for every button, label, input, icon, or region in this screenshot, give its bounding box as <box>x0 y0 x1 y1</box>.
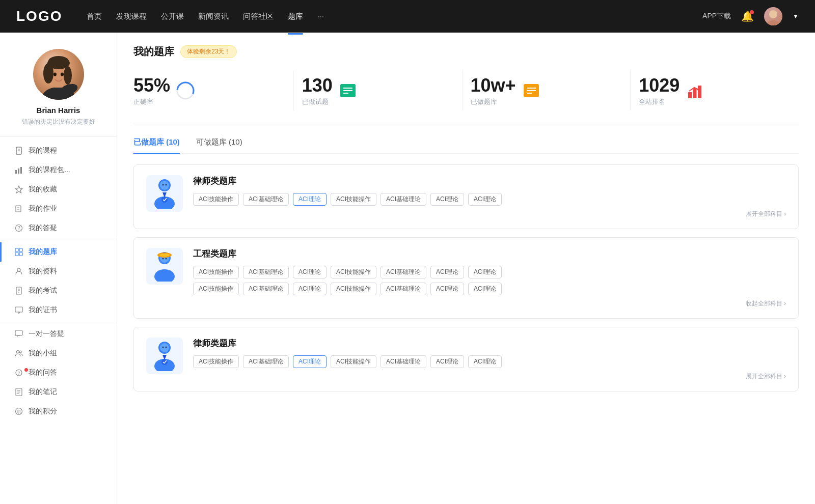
page-title-row: 我的题库 体验剩余23天！ <box>133 45 799 59</box>
svg-rect-58 <box>693 89 697 98</box>
nav-link-news[interactable]: 新闻资讯 <box>198 10 229 23</box>
tag[interactable]: ACI技能操作 <box>331 355 376 368</box>
nav-link-courses[interactable]: 发现课程 <box>116 10 147 23</box>
app-download-link[interactable]: APP下载 <box>702 12 731 21</box>
tag[interactable]: ACI技能操作 <box>193 283 239 295</box>
subject-tags-row1: ACI技能操作 ACI基础理论 ACI理论 ACI技能操作 ACI基础理论 AC… <box>193 266 786 278</box>
tag[interactable]: ACI理论 <box>430 266 464 278</box>
notification-bell[interactable]: 🔔 <box>741 10 754 22</box>
svg-rect-19 <box>16 206 21 212</box>
sidebar-item-1on1[interactable]: 一对一答疑 <box>0 324 117 344</box>
sidebar-label: 我的证书 <box>29 305 57 315</box>
tag[interactable]: ACI技能操作 <box>193 193 239 206</box>
tag-active[interactable]: ACI理论 <box>293 193 327 206</box>
collapse-button[interactable]: 收起全部科目 › <box>193 299 786 308</box>
svg-rect-57 <box>688 92 692 98</box>
nav-link-home[interactable]: 首页 <box>87 10 102 23</box>
tag[interactable]: ACI理论 <box>430 193 464 206</box>
page-layout: Brian Harris 错误的决定比没有决定要好 我的课程 我的课程包... <box>0 33 815 504</box>
sidebar-item-coursepackage[interactable]: 我的课程包... <box>0 160 117 180</box>
svg-point-37 <box>19 351 21 353</box>
sidebar-item-profile[interactable]: 我的资料 <box>0 262 117 281</box>
sidebar-item-mycourse[interactable]: 我的课程 <box>0 141 117 160</box>
svg-point-80 <box>166 347 167 348</box>
rank-icon <box>686 81 704 100</box>
nav-link-quizbank[interactable]: 题库 <box>288 10 303 23</box>
sidebar-item-homework[interactable]: 我的作业 <box>0 199 117 218</box>
sidebar-label: 我的课程 <box>29 146 57 155</box>
sidebar-item-points[interactable]: 积 我的积分 <box>0 402 117 421</box>
svg-rect-26 <box>15 253 18 256</box>
stat-rank: 1029 全站排名 <box>631 71 799 110</box>
tag[interactable]: ACI理论 <box>468 193 502 206</box>
subject-content: 律师类题库 ACI技能操作 ACI基础理论 ACI理论 ACI技能操作 ACI基… <box>193 175 786 218</box>
svg-point-69 <box>154 269 175 282</box>
tag[interactable]: ACI技能操作 <box>331 266 376 278</box>
sidebar-item-quizbank[interactable]: 我的题库 <box>0 242 117 262</box>
tag[interactable]: ACI基础理论 <box>243 355 289 368</box>
tag[interactable]: ACI理论 <box>430 355 464 368</box>
stat-accuracy: 55% 正确率 <box>133 71 294 110</box>
svg-point-48 <box>181 87 189 95</box>
tag[interactable]: ACI基础理论 <box>381 283 426 295</box>
tag[interactable]: ACI理论 <box>293 283 327 295</box>
sidebar-username: Brian Harris <box>37 106 80 115</box>
tab-todo[interactable]: 可做题库 (10) <box>196 137 242 153</box>
tag[interactable]: ACI基础理论 <box>381 193 426 206</box>
subject-card-header: 律师类题库 ACI技能操作 ACI基础理论 ACI理论 ACI技能操作 ACI基… <box>146 175 786 218</box>
doc-icon <box>14 146 23 155</box>
tag[interactable]: ACI理论 <box>468 266 502 278</box>
svg-rect-33 <box>15 307 22 312</box>
sidebar-item-notes[interactable]: 我的笔记 <box>0 382 117 402</box>
grid-icon <box>14 247 23 257</box>
tag[interactable]: ACI技能操作 <box>331 193 376 206</box>
tab-done[interactable]: 已做题库 (10) <box>133 137 180 153</box>
svg-rect-25 <box>19 248 22 251</box>
file-icon <box>14 286 23 295</box>
stat-label: 全站排名 <box>639 97 680 106</box>
sidebar-label: 我的课程包... <box>29 165 70 175</box>
expand-button[interactable]: 展开全部科目 › <box>193 372 786 381</box>
sidebar-item-exam[interactable]: 我的考试 <box>0 281 117 300</box>
svg-point-9 <box>53 73 57 76</box>
nav-links: 首页 发现课程 公开课 新闻资讯 问答社区 题库 ··· <box>87 10 702 23</box>
tag[interactable]: ACI技能操作 <box>193 355 239 368</box>
tag[interactable]: ACI基础理论 <box>381 266 426 278</box>
tag[interactable]: ACI理论 <box>468 283 502 295</box>
tag[interactable]: ACI基础理论 <box>381 355 426 368</box>
subject-tags: ACI技能操作 ACI基础理论 ACI理论 ACI技能操作 ACI基础理论 AC… <box>193 193 786 206</box>
sidebar-item-questionanswer[interactable]: ? 我的问答 <box>0 363 117 382</box>
subject-card-header: 工程类题库 ACI技能操作 ACI基础理论 ACI理论 ACI技能操作 ACI基… <box>146 248 786 308</box>
tag[interactable]: ACI基础理论 <box>243 283 289 295</box>
avatar[interactable] <box>764 7 782 25</box>
subject-content: 律师类题库 ACI技能操作 ACI基础理论 ACI理论 ACI技能操作 ACI基… <box>193 338 786 381</box>
questions-icon <box>339 81 357 100</box>
svg-rect-16 <box>18 169 19 174</box>
nav-link-more[interactable]: ··· <box>317 10 324 23</box>
svg-point-60 <box>697 89 699 91</box>
expand-button[interactable]: 展开全部科目 › <box>193 210 786 218</box>
stat-done-banks: 10w+ 已做题库 <box>463 71 631 110</box>
nav-link-open[interactable]: 公开课 <box>161 10 184 23</box>
tag[interactable]: ACI基础理论 <box>243 266 289 278</box>
trial-badge: 体验剩余23天！ <box>180 45 237 58</box>
sidebar-item-favorites[interactable]: 我的收藏 <box>0 180 117 199</box>
person-icon <box>14 267 23 276</box>
svg-rect-35 <box>15 330 22 335</box>
tag[interactable]: ACI技能操作 <box>193 266 239 278</box>
tag-active[interactable]: ACI理论 <box>293 355 327 368</box>
sidebar-item-group[interactable]: 我的小组 <box>0 344 117 363</box>
nav-link-qa[interactable]: 问答社区 <box>243 10 274 23</box>
tag[interactable]: ACI基础理论 <box>243 193 289 206</box>
tag[interactable]: ACI技能操作 <box>331 283 376 295</box>
tag[interactable]: ACI理论 <box>430 283 464 295</box>
sidebar-item-myqa[interactable]: ? 我的答疑 <box>0 218 117 238</box>
subject-card-lawyer-2: 律师类题库 ACI技能操作 ACI基础理论 ACI理论 ACI技能操作 ACI基… <box>133 327 799 391</box>
tag[interactable]: ACI理论 <box>293 266 327 278</box>
svg-point-6 <box>43 63 53 83</box>
sidebar-item-certificate[interactable]: 我的证书 <box>0 300 117 320</box>
sidebar-label: 我的收藏 <box>29 185 57 194</box>
avatar-chevron-icon[interactable]: ▼ <box>793 13 799 20</box>
tag[interactable]: ACI理论 <box>468 355 502 368</box>
sidebar-label: 我的答疑 <box>29 223 57 233</box>
